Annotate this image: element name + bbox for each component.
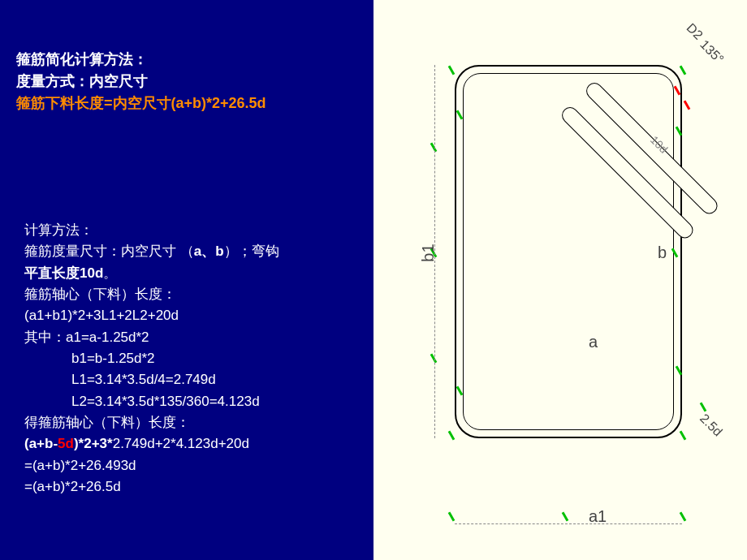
tick-mark (430, 354, 438, 364)
dim-label-a: a (589, 333, 598, 351)
header-block: 箍筋简化计算方法： 度量方式：内空尺寸 箍筋下料长度=内空尺寸(a+b)*2+2… (16, 49, 357, 114)
calc-b1: b1=b-1.25d*2 (24, 348, 357, 369)
calc-axis-formula: (a1+b1)*2+3L1+2L2+20d (24, 305, 357, 326)
header-formula: 箍筋下料长度=内空尺寸(a+b)*2+26.5d (16, 93, 357, 114)
dim-label-d2: D2 (684, 20, 706, 42)
tick-mark (680, 431, 687, 441)
calc-where-a1: 其中：a1=a-1.25d*2 (24, 327, 357, 348)
diagram-panel: a b a1 b1 2.5d 135° D2 10d (374, 0, 747, 560)
tick-mark (448, 512, 456, 522)
dim-label-b: b (658, 243, 667, 262)
calc-result-formula3: =(a+b)*2+26.5d (24, 476, 357, 498)
calc-result-formula1: (a+b-5d)*2+3*2.749d+2*4.123d+20d (24, 433, 357, 454)
calc-axis-label: 箍筋轴心（下料）长度： (24, 284, 357, 305)
tick-mark (680, 512, 687, 522)
tick-mark-red (684, 101, 691, 110)
tick-mark (430, 143, 438, 153)
calc-method-title: 计算方法： (24, 220, 357, 241)
tick-mark (700, 403, 707, 412)
header-title: 箍筋简化计算方法： (16, 49, 357, 71)
calc-result-label: 得箍筋轴心（下料）长度： (24, 412, 357, 433)
calc-measure-line2: 平直长度10d。 (24, 263, 357, 284)
calc-l1: L1=3.14*3.5d/4=2.749d (24, 369, 357, 390)
header-measure-mode: 度量方式：内空尺寸 (16, 71, 357, 93)
calc-l2: L2=3.14*3.5d*135/360=4.123d (24, 391, 357, 412)
tick-mark (448, 431, 456, 441)
text-panel: 箍筋简化计算方法： 度量方式：内空尺寸 箍筋下料长度=内空尺寸(a+b)*2+2… (0, 0, 374, 560)
dim-label-135: 135° (697, 37, 726, 67)
calc-result-formula2: =(a+b)*2+26.493d (24, 455, 357, 476)
calc-measure-line1: 箍筋度量尺寸：内空尺寸 （a、b）；弯钩 (24, 241, 357, 262)
dim-guide (434, 65, 435, 438)
dim-guide (455, 523, 682, 524)
tick-mark (448, 66, 456, 75)
tick-mark (562, 512, 569, 522)
tick-mark (680, 66, 687, 75)
calculation-block: 计算方法： 箍筋度量尺寸：内空尺寸 （a、b）；弯钩 平直长度10d。 箍筋轴心… (16, 220, 357, 498)
stirrup-diagram: a b a1 b1 2.5d 135° D2 10d (398, 16, 723, 544)
dim-label-25d: 2.5d (697, 411, 725, 440)
